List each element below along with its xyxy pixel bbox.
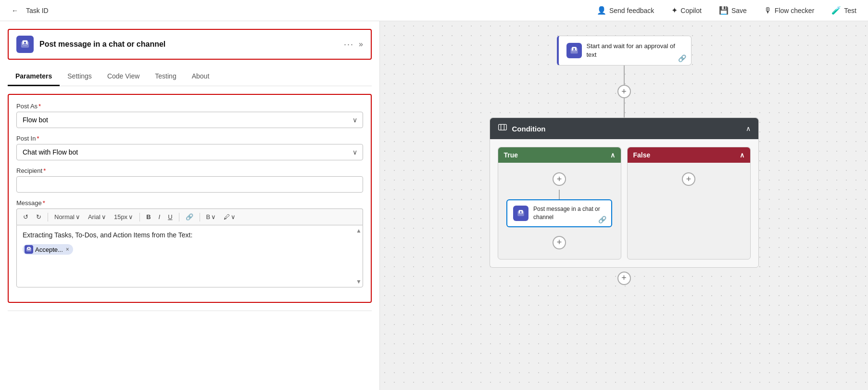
flow-checker-button[interactable]: 🎙 Flow checker: [760, 4, 818, 17]
collapse-icon[interactable]: »: [359, 40, 363, 49]
rte-body[interactable]: Extracting Tasks, To-Dos, and Action Ite…: [16, 225, 363, 287]
approval-node[interactable]: Start and wait for an approval of text 🔗: [557, 36, 692, 65]
post-as-select[interactable]: Flow bot: [16, 112, 363, 128]
true-branch-label: True: [504, 151, 518, 159]
post-in-select[interactable]: Chat with Flow bot: [16, 144, 363, 160]
condition-chevron-icon[interactable]: ∧: [746, 125, 751, 132]
condition-icon: [498, 123, 507, 134]
font-chevron-icon: ∨: [101, 213, 106, 221]
bottom-connector: +: [617, 272, 631, 285]
style-dropdown-button[interactable]: Normal ∨: [52, 212, 83, 222]
message-group: Message * ↺ ↻ Normal ∨ Arial ∨: [16, 199, 363, 287]
rte-tag-label: Accepte...: [35, 246, 63, 253]
send-feedback-button[interactable]: 👤 Send feedback: [593, 4, 658, 17]
highlight-button[interactable]: 🖊 ∨: [221, 212, 238, 222]
post-in-required: *: [37, 135, 39, 142]
message-required: *: [43, 199, 45, 207]
italic-button[interactable]: I: [156, 212, 163, 222]
approval-node-text: Start and wait for an approval of text: [587, 42, 683, 59]
underline-button[interactable]: U: [165, 212, 175, 222]
test-icon: 🧪: [831, 6, 841, 15]
svg-point-9: [573, 48, 575, 50]
true-branch-content: +: [498, 163, 621, 259]
action-header-controls: ··· »: [344, 39, 363, 50]
post-message-link-icon: 🔗: [598, 216, 606, 223]
add-step-button-1[interactable]: +: [617, 85, 631, 98]
post-in-label: Post In *: [16, 135, 363, 142]
post-in-group: Post In * Chat with Flow bot ∨: [16, 135, 363, 160]
highlight-icon: 🖊: [224, 213, 230, 221]
true-branch-connector: [559, 190, 560, 199]
tab-bar: Parameters Settings Code View Testing Ab…: [8, 67, 372, 86]
save-label: Save: [731, 7, 747, 14]
redo-button[interactable]: ↻: [34, 212, 44, 222]
add-step-true-button[interactable]: +: [553, 172, 566, 186]
link-button[interactable]: 🔗: [183, 212, 196, 222]
rte-scrollbar[interactable]: ▲ ▼: [355, 225, 363, 287]
recipient-label: Recipient *: [16, 167, 363, 174]
tab-parameters[interactable]: Parameters: [8, 67, 60, 86]
approval-node-icon: [566, 43, 582, 58]
post-in-select-wrapper: Chat with Flow bot ∨: [16, 144, 363, 160]
svg-point-2: [24, 42, 26, 44]
true-branch: True ∧ +: [498, 147, 621, 260]
save-button[interactable]: 💾 Save: [715, 4, 751, 17]
svg-rect-11: [498, 125, 506, 130]
add-step-true-bottom-button[interactable]: +: [553, 236, 566, 249]
font-color-button[interactable]: B ∨: [204, 212, 219, 222]
more-options-icon[interactable]: ···: [344, 39, 354, 50]
font-dropdown-button[interactable]: Arial ∨: [86, 212, 109, 222]
message-label: Message *: [16, 199, 363, 207]
post-message-node-icon: [513, 206, 528, 221]
svg-rect-3: [23, 44, 27, 44]
copilot-icon: ✦: [671, 6, 678, 15]
nav-right: 👤 Send feedback ✦ Copilot 💾 Save 🎙 Flow …: [593, 4, 860, 17]
rte-tag[interactable]: Accepte... ×: [23, 244, 73, 255]
post-as-group: Post As * Flow bot ∨: [16, 103, 363, 128]
copilot-button[interactable]: ✦ Copilot: [667, 4, 705, 17]
post-as-required: *: [38, 103, 41, 110]
scroll-up-icon[interactable]: ▲: [356, 227, 362, 234]
tab-settings[interactable]: Settings: [60, 67, 100, 86]
svg-point-6: [28, 248, 30, 249]
form-area: Post As * Flow bot ∨ Post In *: [8, 94, 372, 303]
post-as-label: Post As *: [16, 103, 363, 110]
false-branch-chevron-icon: ∧: [740, 151, 744, 159]
post-message-node-text: Post message in a chat or channel: [533, 205, 605, 221]
svg-rect-10: [572, 51, 576, 51]
tab-testing[interactable]: Testing: [147, 67, 184, 86]
size-dropdown-button[interactable]: 15px ∨: [112, 212, 136, 222]
nav-left: ← Task ID: [8, 5, 49, 16]
bottom-divider: [8, 311, 372, 311]
bold-button[interactable]: B: [144, 212, 153, 222]
add-step-false-button[interactable]: +: [682, 172, 695, 186]
true-branch-chevron-icon: ∧: [610, 151, 615, 159]
top-nav: ← Task ID 👤 Send feedback ✦ Copilot 💾 Sa…: [0, 0, 868, 21]
connector-1: [624, 65, 625, 85]
recipient-input[interactable]: [16, 176, 363, 193]
test-button[interactable]: 🧪 Test: [828, 4, 860, 17]
tab-codeview[interactable]: Code View: [100, 67, 147, 86]
condition-block: Condition ∧ True ∧ +: [490, 117, 759, 268]
rte-tag-icon: [25, 245, 33, 254]
condition-header-left: Condition: [498, 123, 546, 134]
toolbar-sep-1: [48, 213, 48, 221]
feedback-icon: 👤: [597, 6, 606, 15]
svg-point-16: [520, 211, 521, 213]
undo-button[interactable]: ↺: [21, 212, 31, 222]
scroll-down-icon[interactable]: ▼: [356, 278, 362, 285]
flow-checker-icon: 🎙: [764, 6, 772, 15]
left-panel: Post message in a chat or channel ··· » …: [0, 21, 380, 390]
style-label: Normal: [54, 213, 75, 221]
add-step-bottom-button[interactable]: +: [617, 272, 631, 285]
connector-line-1: [624, 65, 625, 85]
recipient-required: *: [43, 167, 46, 174]
rte-tag-close-icon[interactable]: ×: [66, 246, 69, 253]
flow-canvas: Start and wait for an approval of text 🔗…: [480, 31, 768, 285]
test-label: Test: [844, 7, 856, 14]
connector-2: [624, 98, 625, 117]
tab-about[interactable]: About: [184, 67, 217, 86]
toolbar-sep-3: [179, 213, 179, 221]
post-message-node[interactable]: Post message in a chat or channel 🔗: [506, 199, 612, 227]
back-button[interactable]: ←: [8, 5, 22, 16]
